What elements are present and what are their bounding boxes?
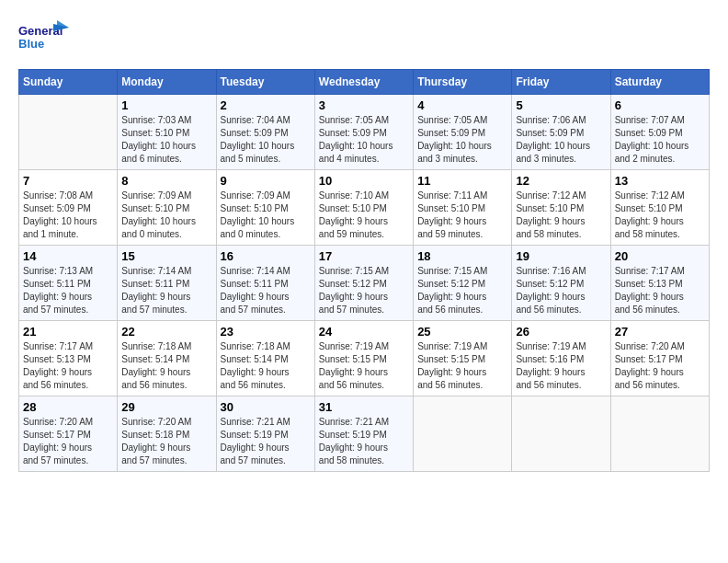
day-info: Sunrise: 7:13 AM Sunset: 5:11 PM Dayligh… — [23, 265, 113, 316]
day-number: 17 — [319, 249, 409, 263]
calendar-day-cell: 9Sunrise: 7:09 AM Sunset: 5:10 PM Daylig… — [216, 170, 314, 246]
day-info: Sunrise: 7:20 AM Sunset: 5:17 PM Dayligh… — [23, 416, 113, 467]
calendar-day-cell: 29Sunrise: 7:20 AM Sunset: 5:18 PM Dayli… — [118, 396, 216, 472]
weekday-header-cell: Friday — [512, 70, 610, 95]
calendar-day-cell: 31Sunrise: 7:21 AM Sunset: 5:19 PM Dayli… — [314, 396, 413, 472]
calendar-week-row: 28Sunrise: 7:20 AM Sunset: 5:17 PM Dayli… — [19, 396, 710, 472]
day-number: 6 — [615, 98, 705, 112]
svg-text:Blue: Blue — [18, 37, 44, 51]
weekday-header-cell: Tuesday — [216, 70, 314, 95]
calendar-day-cell: 24Sunrise: 7:19 AM Sunset: 5:15 PM Dayli… — [314, 321, 413, 396]
day-info: Sunrise: 7:19 AM Sunset: 5:15 PM Dayligh… — [417, 340, 507, 392]
calendar-day-cell: 19Sunrise: 7:16 AM Sunset: 5:12 PM Dayli… — [512, 246, 610, 321]
calendar-day-cell: 14Sunrise: 7:13 AM Sunset: 5:11 PM Dayli… — [19, 246, 118, 321]
day-info: Sunrise: 7:06 AM Sunset: 5:09 PM Dayligh… — [516, 114, 606, 166]
calendar-day-cell: 5Sunrise: 7:06 AM Sunset: 5:09 PM Daylig… — [512, 95, 610, 170]
day-info: Sunrise: 7:14 AM Sunset: 5:11 PM Dayligh… — [121, 265, 211, 316]
calendar-week-row: 1Sunrise: 7:03 AM Sunset: 5:10 PM Daylig… — [19, 95, 710, 170]
day-number: 23 — [221, 325, 311, 339]
calendar-day-cell: 13Sunrise: 7:12 AM Sunset: 5:10 PM Dayli… — [610, 170, 709, 246]
day-info: Sunrise: 7:07 AM Sunset: 5:09 PM Dayligh… — [615, 114, 705, 166]
calendar-table: SundayMondayTuesdayWednesdayThursdayFrid… — [18, 69, 710, 472]
day-number: 2 — [221, 98, 311, 112]
calendar-day-cell: 22Sunrise: 7:18 AM Sunset: 5:14 PM Dayli… — [118, 321, 216, 396]
calendar-day-cell: 23Sunrise: 7:18 AM Sunset: 5:14 PM Dayli… — [216, 321, 314, 396]
day-info: Sunrise: 7:18 AM Sunset: 5:14 PM Dayligh… — [221, 340, 311, 392]
calendar-day-cell: 11Sunrise: 7:11 AM Sunset: 5:10 PM Dayli… — [414, 170, 512, 246]
calendar-day-cell — [610, 396, 709, 472]
day-info: Sunrise: 7:17 AM Sunset: 5:13 PM Dayligh… — [615, 265, 705, 316]
weekday-header-cell: Thursday — [414, 70, 512, 95]
day-info: Sunrise: 7:09 AM Sunset: 5:10 PM Dayligh… — [121, 190, 211, 241]
day-info: Sunrise: 7:14 AM Sunset: 5:11 PM Dayligh… — [221, 265, 311, 316]
day-number: 26 — [516, 325, 606, 339]
calendar-day-cell: 8Sunrise: 7:09 AM Sunset: 5:10 PM Daylig… — [118, 170, 216, 246]
day-number: 27 — [615, 325, 705, 339]
day-number: 13 — [615, 174, 705, 188]
day-number: 19 — [516, 249, 606, 263]
calendar-day-cell: 2Sunrise: 7:04 AM Sunset: 5:09 PM Daylig… — [216, 95, 314, 170]
day-number: 20 — [615, 249, 705, 263]
calendar-day-cell: 3Sunrise: 7:05 AM Sunset: 5:09 PM Daylig… — [314, 95, 413, 170]
calendar-day-cell: 4Sunrise: 7:05 AM Sunset: 5:09 PM Daylig… — [414, 95, 512, 170]
day-info: Sunrise: 7:17 AM Sunset: 5:13 PM Dayligh… — [23, 340, 113, 392]
weekday-header-row: SundayMondayTuesdayWednesdayThursdayFrid… — [19, 70, 710, 95]
weekday-header-cell: Sunday — [19, 70, 118, 95]
calendar-day-cell: 21Sunrise: 7:17 AM Sunset: 5:13 PM Dayli… — [19, 321, 118, 396]
day-number: 3 — [319, 98, 409, 112]
day-number: 31 — [319, 400, 409, 414]
calendar-day-cell: 25Sunrise: 7:19 AM Sunset: 5:15 PM Dayli… — [414, 321, 512, 396]
day-info: Sunrise: 7:08 AM Sunset: 5:09 PM Dayligh… — [23, 190, 113, 241]
calendar-day-cell: 1Sunrise: 7:03 AM Sunset: 5:10 PM Daylig… — [118, 95, 216, 170]
logo: GeneralBlue — [18, 18, 69, 60]
logo-svg: GeneralBlue — [18, 18, 69, 60]
day-info: Sunrise: 7:19 AM Sunset: 5:15 PM Dayligh… — [319, 340, 409, 392]
calendar-day-cell: 17Sunrise: 7:15 AM Sunset: 5:12 PM Dayli… — [314, 246, 413, 321]
calendar-day-cell: 20Sunrise: 7:17 AM Sunset: 5:13 PM Dayli… — [610, 246, 709, 321]
day-info: Sunrise: 7:09 AM Sunset: 5:10 PM Dayligh… — [221, 190, 311, 241]
day-number: 25 — [417, 325, 507, 339]
day-number: 29 — [121, 400, 211, 414]
day-number: 14 — [23, 249, 113, 263]
calendar-day-cell: 18Sunrise: 7:15 AM Sunset: 5:12 PM Dayli… — [414, 246, 512, 321]
calendar-day-cell — [19, 95, 118, 170]
calendar-week-row: 7Sunrise: 7:08 AM Sunset: 5:09 PM Daylig… — [19, 170, 710, 246]
calendar-week-row: 14Sunrise: 7:13 AM Sunset: 5:11 PM Dayli… — [19, 246, 710, 321]
day-number: 11 — [417, 174, 507, 188]
day-info: Sunrise: 7:05 AM Sunset: 5:09 PM Dayligh… — [319, 114, 409, 166]
page-header: GeneralBlue — [18, 18, 710, 60]
day-number: 1 — [121, 98, 211, 112]
calendar-day-cell: 30Sunrise: 7:21 AM Sunset: 5:19 PM Dayli… — [216, 396, 314, 472]
day-info: Sunrise: 7:15 AM Sunset: 5:12 PM Dayligh… — [417, 265, 507, 316]
day-number: 21 — [23, 325, 113, 339]
weekday-header-cell: Saturday — [610, 70, 709, 95]
calendar-day-cell: 26Sunrise: 7:19 AM Sunset: 5:16 PM Dayli… — [512, 321, 610, 396]
day-number: 24 — [319, 325, 409, 339]
day-info: Sunrise: 7:21 AM Sunset: 5:19 PM Dayligh… — [221, 416, 311, 467]
day-info: Sunrise: 7:20 AM Sunset: 5:17 PM Dayligh… — [615, 340, 705, 392]
weekday-header-cell: Wednesday — [314, 70, 413, 95]
day-number: 22 — [121, 325, 211, 339]
day-info: Sunrise: 7:04 AM Sunset: 5:09 PM Dayligh… — [221, 114, 311, 166]
day-info: Sunrise: 7:21 AM Sunset: 5:19 PM Dayligh… — [319, 416, 409, 467]
day-number: 18 — [417, 249, 507, 263]
day-info: Sunrise: 7:16 AM Sunset: 5:12 PM Dayligh… — [516, 265, 606, 316]
day-number: 5 — [516, 98, 606, 112]
day-number: 9 — [221, 174, 311, 188]
day-number: 16 — [221, 249, 311, 263]
weekday-header-cell: Monday — [118, 70, 216, 95]
calendar-day-cell: 6Sunrise: 7:07 AM Sunset: 5:09 PM Daylig… — [610, 95, 709, 170]
day-info: Sunrise: 7:03 AM Sunset: 5:10 PM Dayligh… — [121, 114, 211, 166]
day-number: 15 — [121, 249, 211, 263]
day-number: 28 — [23, 400, 113, 414]
day-info: Sunrise: 7:15 AM Sunset: 5:12 PM Dayligh… — [319, 265, 409, 316]
calendar-day-cell — [414, 396, 512, 472]
calendar-body: 1Sunrise: 7:03 AM Sunset: 5:10 PM Daylig… — [19, 95, 710, 472]
calendar-day-cell: 7Sunrise: 7:08 AM Sunset: 5:09 PM Daylig… — [19, 170, 118, 246]
day-number: 12 — [516, 174, 606, 188]
day-info: Sunrise: 7:11 AM Sunset: 5:10 PM Dayligh… — [417, 190, 507, 241]
day-number: 4 — [417, 98, 507, 112]
day-info: Sunrise: 7:10 AM Sunset: 5:10 PM Dayligh… — [319, 190, 409, 241]
day-number: 7 — [23, 174, 113, 188]
day-number: 8 — [121, 174, 211, 188]
